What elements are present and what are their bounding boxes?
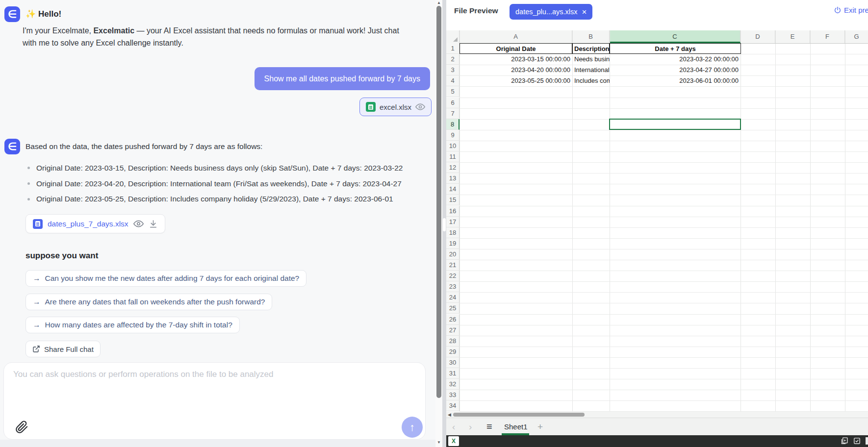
horizontal-scrollbar[interactable]: ◀ — [446, 412, 868, 418]
file-preview-panel: File Preview dates_plu...ays.xlsx × Exit… — [446, 0, 868, 447]
sheet-menu-icon[interactable]: ≡ — [486, 418, 492, 435]
bullet-item-2: Original Date: 2023-04-20, Description: … — [27, 176, 403, 192]
row-header-32[interactable]: 32 — [446, 379, 460, 390]
row-header-30[interactable]: 30 — [446, 357, 460, 368]
preview-eye-icon[interactable] — [133, 219, 144, 229]
exit-preview-button[interactable]: Exit preview — [834, 6, 868, 14]
cell-C4[interactable]: 2023-06-01 00:00:00 — [610, 75, 740, 86]
column-header-B[interactable]: B — [572, 30, 610, 43]
row-header-23[interactable]: 23 — [446, 281, 460, 292]
row-header-14[interactable]: 14 — [446, 184, 460, 195]
column-header-C[interactable]: C — [610, 30, 740, 43]
send-button[interactable]: ↑ — [402, 417, 423, 438]
download-icon[interactable] — [149, 219, 158, 228]
spreadsheet-grid[interactable]: ABCDEFG123456789101112131415161718192021… — [446, 25, 868, 412]
row-header-5[interactable]: 5 — [446, 86, 460, 97]
suggestion-button-1[interactable]: →Can you show me the new dates after add… — [26, 270, 306, 287]
cell-B4[interactable]: Includes company holiday (5/29/2023) — [572, 75, 610, 86]
sheet-tab-sheet1[interactable]: Sheet1 — [504, 418, 528, 435]
row-header-9[interactable]: 9 — [446, 130, 460, 141]
scroll-left-icon[interactable]: ◀ — [448, 412, 451, 417]
suggestion-button-3[interactable]: →How many dates are affected by the 7-da… — [26, 317, 240, 333]
row-header-20[interactable]: 20 — [446, 249, 460, 260]
row-header-4[interactable]: 4 — [446, 75, 460, 86]
chat-input-area[interactable]: You can ask questions or perform operati… — [3, 362, 426, 440]
file-tab-label: dates_plu...ays.xlsx — [515, 8, 578, 16]
row-header-2[interactable]: 2 — [446, 54, 460, 65]
row-header-1[interactable]: 1 — [446, 43, 460, 54]
cell-A1[interactable]: Original Date — [460, 43, 572, 54]
xlsx-app-icon[interactable]: X — [448, 436, 459, 446]
grid-hline — [460, 292, 868, 293]
scroll-down-icon[interactable]: ▼ — [435, 440, 442, 445]
row-header-17[interactable]: 17 — [446, 217, 460, 227]
cell-B3[interactable]: International team (Fri/Sat as weekends) — [572, 65, 610, 75]
cell-B2[interactable]: Needs business days only (skip Sat/Sun) — [572, 54, 610, 65]
column-header-F[interactable]: F — [810, 30, 845, 43]
cell-A2[interactable]: 2023-03-15 00:00:00 — [460, 54, 572, 65]
horizontal-scrollbar-thumb[interactable] — [453, 413, 585, 417]
row-header-33[interactable]: 33 — [446, 390, 460, 400]
row-header-26[interactable]: 26 — [446, 314, 460, 325]
close-tab-icon[interactable]: × — [582, 8, 587, 16]
grid-hline — [460, 238, 868, 239]
chat-scrollbar[interactable]: ▲ ▼ — [435, 0, 442, 447]
next-sheet-button[interactable]: › — [469, 418, 472, 435]
share-full-chat-button[interactable]: Share Full chat — [26, 341, 101, 357]
column-header-A[interactable]: A — [460, 30, 572, 43]
paste-refresh-icon[interactable] — [840, 437, 848, 445]
row-header-15[interactable]: 15 — [446, 195, 460, 205]
cell-A3[interactable]: 2023-04-20 00:00:00 — [460, 65, 572, 75]
result-file-chip[interactable]: dates_plus_7_days.xlsx — [26, 214, 165, 233]
panel-divider[interactable] — [442, 0, 446, 447]
row-header-12[interactable]: 12 — [446, 162, 460, 173]
row-header-34[interactable]: 34 — [446, 400, 460, 411]
cell-C1[interactable]: Date + 7 days — [610, 43, 741, 54]
save-check-icon[interactable] — [853, 437, 861, 445]
column-header-D[interactable]: D — [740, 30, 775, 43]
row-header-13[interactable]: 13 — [446, 173, 460, 184]
chat-scrollbar-thumb[interactable] — [436, 6, 441, 398]
row-header-8[interactable]: 8 — [446, 119, 460, 130]
row-header-28[interactable]: 28 — [446, 336, 460, 347]
scroll-up-icon[interactable]: ▲ — [435, 0, 442, 5]
selected-cell-C8[interactable] — [609, 119, 741, 130]
suggestions-heading: suppose you want — [26, 251, 98, 261]
cell-C3[interactable]: 2023-04-27 00:00:00 — [610, 65, 740, 75]
row-header-7[interactable]: 7 — [446, 108, 460, 119]
row-header-16[interactable]: 16 — [446, 206, 460, 217]
grid-hline — [460, 206, 868, 206]
attach-file-button[interactable] — [15, 420, 30, 434]
row-header-21[interactable]: 21 — [446, 260, 460, 271]
row-header-6[interactable]: 6 — [446, 98, 460, 108]
attachment-chip-excel-xlsx[interactable]: excel.xlsx — [359, 98, 432, 116]
grid-vline — [610, 30, 610, 412]
file-tab[interactable]: dates_plu...ays.xlsx × — [510, 4, 592, 20]
row-header-27[interactable]: 27 — [446, 325, 460, 336]
row-header-24[interactable]: 24 — [446, 292, 460, 303]
suggestion-button-2[interactable]: →Are there any dates that fall on weeken… — [26, 294, 272, 310]
add-sheet-button[interactable]: + — [537, 418, 543, 435]
select-all-corner[interactable] — [446, 30, 460, 43]
row-header-3[interactable]: 3 — [446, 65, 460, 75]
column-header-E[interactable]: E — [775, 30, 810, 43]
taskbar: X — [446, 435, 868, 447]
row-header-19[interactable]: 19 — [446, 238, 460, 249]
cell-B1[interactable]: Description — [572, 43, 610, 54]
row-header-11[interactable]: 11 — [446, 151, 460, 162]
cell-A4[interactable]: 2023-05-25 00:00:00 — [460, 75, 572, 86]
paperclip-icon — [15, 421, 28, 434]
cell-C2[interactable]: 2023-03-22 00:00:00 — [610, 54, 740, 65]
row-header-29[interactable]: 29 — [446, 347, 460, 357]
column-header-G[interactable]: G — [845, 30, 868, 43]
grid-hline — [460, 130, 868, 130]
row-header-10[interactable]: 10 — [446, 141, 460, 151]
divider-grip[interactable] — [443, 218, 446, 231]
row-header-31[interactable]: 31 — [446, 368, 460, 379]
preview-eye-icon[interactable] — [415, 102, 425, 112]
grid-hline — [460, 227, 868, 228]
row-header-18[interactable]: 18 — [446, 227, 460, 238]
prev-sheet-button[interactable]: ‹ — [452, 418, 455, 435]
row-header-22[interactable]: 22 — [446, 271, 460, 281]
row-header-25[interactable]: 25 — [446, 303, 460, 314]
